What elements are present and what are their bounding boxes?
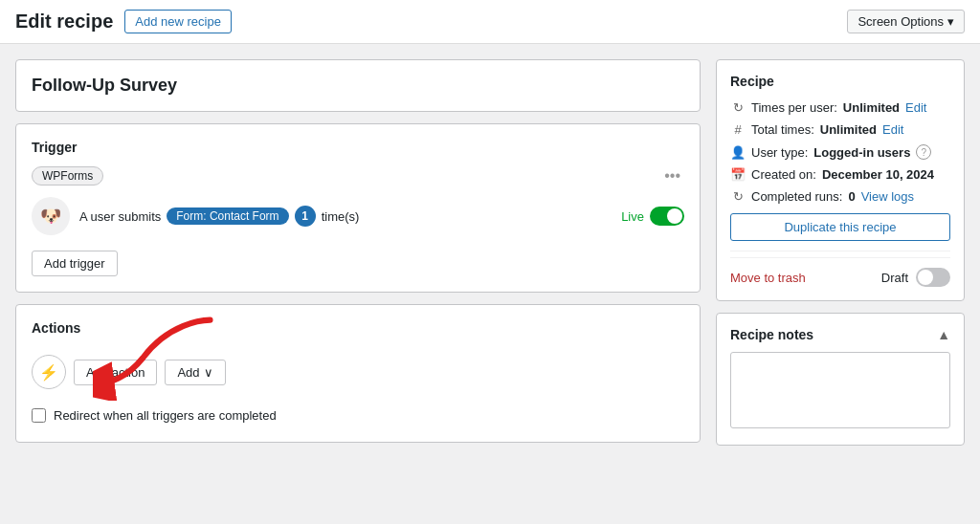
- times-per-user-label: Times per user:: [751, 100, 837, 115]
- trigger-text-after: time(s): [322, 209, 360, 224]
- add-action-button[interactable]: Add action: [74, 360, 157, 385]
- created-value: December 10, 2024: [822, 167, 934, 182]
- refresh-icon: ↻: [730, 100, 746, 115]
- runs-icon: ↻: [730, 189, 746, 204]
- recipe-title-input[interactable]: [32, 76, 684, 96]
- wpforms-tag: WPForms: [32, 166, 103, 186]
- trigger-count: 1: [295, 206, 316, 227]
- bolt-icon: ⚡: [32, 355, 66, 389]
- screen-options-label: Screen Options: [858, 14, 944, 29]
- trigger-details-row: A user submits Form: Contact Form 1 time…: [79, 206, 684, 227]
- help-icon[interactable]: ?: [916, 144, 931, 160]
- wpforms-logo-icon: 🐶: [32, 197, 70, 235]
- draft-row: Draft: [881, 268, 950, 287]
- completed-runs-value: 0: [848, 189, 855, 204]
- total-times-edit[interactable]: Edit: [882, 122, 903, 137]
- screen-options-button[interactable]: Screen Options ▾: [847, 10, 965, 33]
- duplicate-button[interactable]: Duplicate this recipe: [730, 213, 950, 241]
- page-title: Edit recipe: [15, 11, 113, 33]
- created-label: Created on:: [751, 167, 816, 182]
- recipe-title-box: [15, 59, 701, 112]
- redirect-row: Redirect when all triggers are completed: [32, 397, 684, 426]
- add-trigger-button[interactable]: Add trigger: [32, 251, 118, 276]
- total-times-label: Total times:: [751, 122, 814, 137]
- main-layout: Trigger WPForms ••• 🐶 A user submits For…: [0, 44, 980, 524]
- hash-icon: #: [730, 122, 746, 137]
- user-type-value: Logged-in users: [813, 145, 910, 160]
- live-toggle[interactable]: [650, 207, 684, 226]
- notes-textarea[interactable]: [730, 352, 950, 428]
- trigger-section-title: Trigger: [32, 140, 684, 155]
- completed-runs-row: ↻ Completed runs: 0 View logs: [730, 189, 950, 204]
- total-times-value: Unlimited: [820, 122, 877, 137]
- recipe-panel-title: Recipe: [730, 74, 950, 89]
- draft-label: Draft: [881, 271, 908, 285]
- trigger-form-tag[interactable]: Form: Contact Form: [167, 207, 288, 225]
- created-on-row: 📅 Created on: December 10, 2024: [730, 167, 950, 182]
- action-row: ⚡ Add action Add ∨: [32, 347, 684, 397]
- user-type-label: User type:: [751, 145, 808, 160]
- chevron-up-icon[interactable]: ▲: [937, 327, 950, 342]
- add-dropdown-button[interactable]: Add ∨: [165, 360, 225, 385]
- notes-header: Recipe notes ▲: [730, 327, 950, 342]
- separator: [730, 251, 950, 251]
- user-type-row: 👤 User type: Logged-in users ?: [730, 144, 950, 160]
- add-new-button[interactable]: Add new recipe: [124, 10, 232, 33]
- live-badge: Live: [621, 207, 684, 226]
- wpforms-tag-row: WPForms •••: [32, 166, 684, 186]
- redirect-label: Redirect when all triggers are completed: [54, 408, 277, 423]
- live-label: Live: [621, 209, 644, 224]
- calendar-icon: 📅: [730, 167, 746, 182]
- right-column: Recipe ↻ Times per user: Unlimited Edit …: [716, 59, 965, 509]
- trigger-card: Trigger WPForms ••• 🐶 A user submits For…: [15, 123, 701, 293]
- completed-runs-label: Completed runs:: [751, 189, 842, 204]
- chevron-down-icon: ▾: [947, 14, 954, 29]
- move-to-trash-link[interactable]: Move to trash: [730, 271, 806, 285]
- times-per-user-edit[interactable]: Edit: [905, 100, 926, 115]
- trigger-more-icon[interactable]: •••: [664, 167, 684, 185]
- trigger-item: 🐶 A user submits Form: Contact Form 1 ti…: [32, 189, 684, 243]
- redirect-checkbox[interactable]: [32, 408, 46, 423]
- actions-section-title: Actions: [32, 320, 684, 336]
- chevron-down-icon: ∨: [204, 365, 213, 380]
- bottom-actions: Move to trash Draft: [730, 257, 950, 287]
- top-bar: Edit recipe Add new recipe Screen Option…: [0, 0, 980, 44]
- draft-toggle[interactable]: [916, 268, 950, 287]
- user-icon: 👤: [730, 145, 746, 160]
- left-column: Trigger WPForms ••• 🐶 A user submits For…: [15, 59, 701, 509]
- notes-title: Recipe notes: [730, 327, 813, 342]
- view-logs-link[interactable]: View logs: [861, 189, 914, 204]
- trigger-row-left: A user submits Form: Contact Form 1 time…: [79, 206, 359, 227]
- recipe-panel: Recipe ↻ Times per user: Unlimited Edit …: [716, 59, 965, 301]
- times-per-user-value: Unlimited: [843, 100, 900, 115]
- add-label: Add: [177, 365, 199, 380]
- times-per-user-row: ↻ Times per user: Unlimited Edit: [730, 100, 950, 115]
- notes-panel: Recipe notes ▲: [716, 313, 965, 446]
- actions-card: Actions ⚡ Add action Add ∨: [15, 304, 701, 443]
- total-times-row: # Total times: Unlimited Edit: [730, 122, 950, 137]
- top-bar-left: Edit recipe Add new recipe: [15, 10, 232, 33]
- trigger-text-before: A user submits: [79, 209, 161, 224]
